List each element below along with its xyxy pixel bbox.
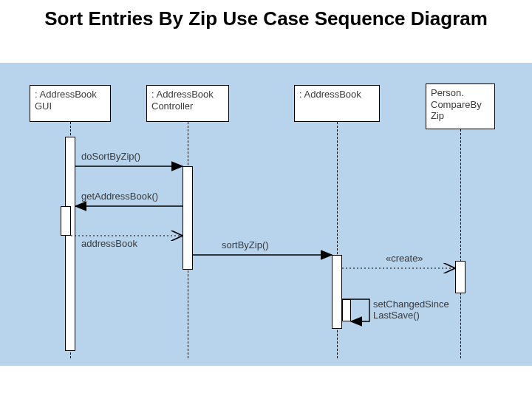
obj-gui: : AddressBook GUI [30,85,111,122]
lifeline-comparator [460,129,461,358]
msg-sortByZip: sortByZip() [222,240,269,251]
msg-doSortByZip: doSortByZip() [81,151,140,163]
obj-addressbook: : AddressBook [294,85,380,122]
msg-getAddressBook: getAddressBook() [81,191,158,202]
obj-controller: : AddressBook Controller [146,85,229,122]
msg-create: «create» [386,253,423,265]
activation-gui-nested [61,206,71,236]
activation-gui-main [65,137,75,351]
obj-comparator: Person. CompareBy Zip [426,83,495,129]
activation-addressbook-self [342,299,351,321]
msg-setChanged: setChangedSince LastSave() [373,299,449,321]
activation-controller [183,166,193,270]
sequence-diagram: : AddressBook GUI : AddressBook Controll… [0,63,532,366]
activation-comparator [455,261,466,293]
page-title: Sort Entries By Zip Use Case Sequence Di… [0,0,532,35]
activation-addressbook [332,255,342,329]
msg-addressBook: addressBook [81,239,137,250]
